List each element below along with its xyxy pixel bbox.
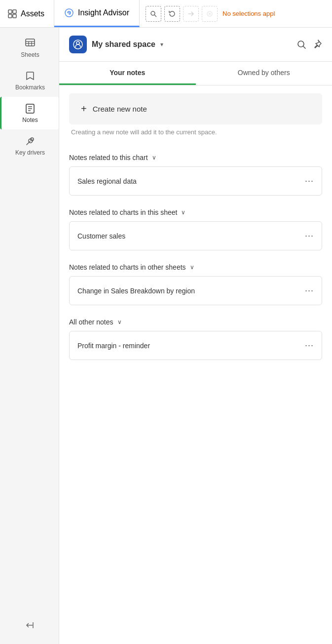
note-menu-customer-sales[interactable]: ··· xyxy=(305,231,314,241)
space-header: My shared space ▾ xyxy=(59,28,332,62)
pin-icon xyxy=(312,40,322,49)
main-layout: Sheets Bookmarks Notes xyxy=(0,28,332,644)
search-icon xyxy=(296,40,306,49)
space-search-btn[interactable] xyxy=(296,40,306,49)
sidebar-item-notes[interactable]: Notes xyxy=(0,97,59,129)
section-related-to-sheet-chevron: ∨ xyxy=(181,209,185,216)
search-selection-btn[interactable] xyxy=(146,6,161,22)
space-actions xyxy=(296,40,322,49)
toolbar-actions: No selections appl xyxy=(140,6,332,22)
sidebar-item-key-drivers[interactable]: Key drivers xyxy=(0,129,59,162)
section-related-to-chart-label: Notes related to this chart xyxy=(69,154,148,161)
note-title-change-in-sales: Change in Sales Breakdown by region xyxy=(77,287,195,295)
notes-icon xyxy=(24,103,36,115)
create-note-hint: Creating a new note will add it to the c… xyxy=(69,128,322,136)
no-selections-label: No selections appl xyxy=(222,10,275,17)
toolbar: Assets Insight Advisor No selections app… xyxy=(0,0,332,28)
note-title-profit-margin: Profit margin - reminder xyxy=(77,342,150,350)
note-title-customer-sales: Customer sales xyxy=(77,232,125,240)
note-card-customer-sales: Customer sales ··· xyxy=(69,221,322,250)
assets-tab[interactable]: Assets xyxy=(0,0,54,27)
forward-btn[interactable] xyxy=(183,6,199,22)
svg-line-7 xyxy=(154,15,156,17)
svg-point-24 xyxy=(76,41,79,44)
plus-icon: + xyxy=(81,103,87,115)
space-dropdown-btn[interactable]: ▾ xyxy=(160,41,163,48)
svg-rect-0 xyxy=(8,10,12,13)
note-card-sales-regional: Sales regional data ··· xyxy=(69,166,322,196)
key-drivers-label: Key drivers xyxy=(15,149,45,156)
insight-advisor-tab[interactable]: Insight Advisor xyxy=(54,0,140,27)
svg-line-26 xyxy=(303,46,306,49)
svg-rect-3 xyxy=(13,14,16,18)
section-all-other-notes-chevron: ∨ xyxy=(117,319,122,325)
note-card-change-in-sales: Change in Sales Breakdown by region ··· xyxy=(69,276,322,305)
assets-label: Assets xyxy=(21,9,44,18)
note-title-sales-regional: Sales regional data xyxy=(77,177,137,185)
space-pin-btn[interactable] xyxy=(312,40,322,49)
collapse-sidebar-btn[interactable] xyxy=(21,616,38,636)
space-avatar xyxy=(69,36,87,53)
bookmarks-label: Bookmarks xyxy=(15,84,45,91)
tab-your-notes[interactable]: Your notes xyxy=(59,62,196,85)
sheets-icon xyxy=(24,38,36,49)
create-note-btn[interactable]: + Create new note xyxy=(69,93,322,124)
insight-icon xyxy=(64,8,74,18)
svg-rect-11 xyxy=(26,39,35,46)
sidebar-item-sheets[interactable]: Sheets xyxy=(0,32,59,64)
clear-btn[interactable] xyxy=(202,6,218,22)
bookmarks-icon xyxy=(24,70,36,82)
sidebar: Sheets Bookmarks Notes xyxy=(0,28,59,644)
section-related-to-sheet-label: Notes related to charts in this sheet xyxy=(69,208,177,216)
notes-label: Notes xyxy=(22,117,37,123)
svg-point-6 xyxy=(151,11,155,15)
sheets-label: Sheets xyxy=(21,51,39,58)
content-scroll: + Create new note Creating a new note wi… xyxy=(59,85,332,644)
key-drivers-icon xyxy=(24,135,36,147)
tabs: Your notes Owned by others xyxy=(59,62,332,85)
space-left: My shared space ▾ xyxy=(69,36,163,53)
svg-point-5 xyxy=(69,12,70,14)
refresh-btn[interactable] xyxy=(164,6,180,22)
section-related-to-sheet-header[interactable]: Notes related to charts in this sheet ∨ xyxy=(69,201,322,221)
insight-label: Insight Advisor xyxy=(78,8,129,17)
section-related-to-other-sheets-chevron: ∨ xyxy=(190,264,194,271)
tab-owned-by-others[interactable]: Owned by others xyxy=(196,62,332,85)
section-related-to-other-sheets-header[interactable]: Notes related to charts in other sheets … xyxy=(69,255,322,276)
grid-icon xyxy=(8,9,17,18)
note-card-profit-margin: Profit margin - reminder ··· xyxy=(69,331,322,360)
section-related-to-chart-chevron: ∨ xyxy=(152,154,156,161)
collapse-left-icon xyxy=(25,620,35,630)
space-name: My shared space xyxy=(92,40,155,49)
sidebar-item-bookmarks[interactable]: Bookmarks xyxy=(0,64,59,97)
note-menu-change-in-sales[interactable]: ··· xyxy=(305,285,314,296)
section-all-other-notes-header[interactable]: All other notes ∨ xyxy=(69,310,322,331)
note-menu-sales-regional[interactable]: ··· xyxy=(305,176,314,186)
section-related-to-chart-header[interactable]: Notes related to this chart ∨ xyxy=(69,146,322,166)
note-menu-profit-margin[interactable]: ··· xyxy=(305,340,314,351)
content-panel: My shared space ▾ You xyxy=(59,28,332,644)
svg-rect-1 xyxy=(13,10,16,13)
sidebar-bottom xyxy=(0,616,59,636)
section-all-other-notes-label: All other notes xyxy=(69,318,113,326)
section-related-to-other-sheets-label: Notes related to charts in other sheets xyxy=(69,263,186,271)
create-note-label: Create new note xyxy=(93,105,147,113)
svg-rect-2 xyxy=(8,14,12,18)
